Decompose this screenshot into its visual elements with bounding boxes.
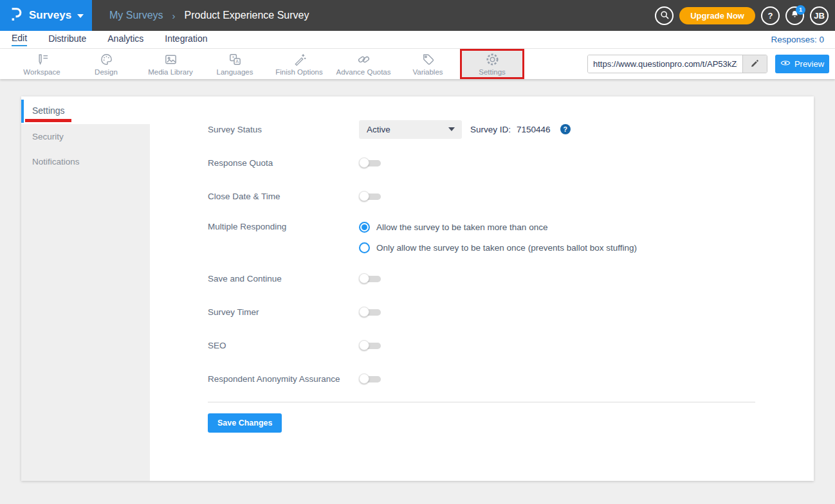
preview-label: Preview [794,59,824,69]
notifications-button[interactable]: 1 [785,6,804,25]
survey-status-value: Active [367,125,390,134]
radio-option-label: Allow the survey to be taken more than o… [376,222,547,232]
search-button[interactable] [655,6,674,25]
survey-id-group: Survey ID: 7150446 [470,125,551,134]
edit-toolbar: Workspace Design [0,49,835,79]
tab-integration[interactable]: Integration [165,33,207,46]
toolbar-item-languages[interactable]: * A Languages [203,49,267,79]
product-switcher[interactable]: Surveys [0,0,92,31]
radio-option-label: Only allow the survey to be taken once (… [376,243,637,253]
svg-text:A: A [235,59,239,64]
seo-toggle[interactable] [359,340,381,350]
toolbar-label: Finish Options [275,68,323,76]
radio-only-once[interactable]: Only allow the survey to be taken once (… [359,242,637,253]
sidebar-item-notifications[interactable]: Notifications [21,149,150,174]
tab-analytics[interactable]: Analytics [107,33,143,46]
sidebar-item-settings[interactable]: Settings [21,96,150,124]
radio-selected-icon [359,222,370,233]
survey-status-row: Survey Status Active Survey ID: 7150446 … [208,120,814,139]
close-date-row: Close Date & Time [208,186,814,206]
tag-icon [421,52,436,67]
image-icon [163,52,178,67]
radio-allow-multiple[interactable]: Allow the survey to be taken more than o… [359,222,637,233]
survey-url-input[interactable] [588,55,742,73]
settings-panel: Settings Security Notifications Survey S… [21,96,814,481]
survey-url-group [587,55,767,73]
nav-tabs: Edit Distribute Analytics Integration Re… [0,31,835,49]
toolbar-label: Workspace [23,68,60,76]
toolbar-label: Languages [217,68,253,76]
survey-title: Product Experience Survey [185,10,309,21]
toolbar-label: Design [95,68,118,76]
respondent-anonymity-label: Respondent Anonymity Assurance [208,374,359,384]
eye-icon [780,59,791,69]
chevron-down-icon [448,127,455,131]
questionpro-logo-icon [9,6,23,25]
question-mark-icon: ? [768,11,773,21]
toolbar-item-finish-options[interactable]: Finish Options [267,49,331,79]
respondent-anonymity-toggle[interactable] [359,374,381,384]
sidebar-item-label: Security [32,132,64,141]
respondent-anonymity-row: Respondent Anonymity Assurance [208,369,814,388]
survey-id-value: 7150446 [517,125,551,134]
breadcrumb-separator: › [172,10,176,21]
tab-distribute[interactable]: Distribute [48,33,86,46]
survey-timer-toggle[interactable] [359,307,381,317]
toolbar-label: Settings [479,68,506,76]
survey-status-label: Survey Status [208,125,359,134]
save-continue-row: Save and Continue [208,269,814,288]
search-icon [659,10,670,22]
help-button[interactable]: ? [761,6,780,25]
sidebar-item-label: Notifications [32,157,80,166]
product-name: Surveys [29,9,71,22]
sidebar-item-label: Settings [32,105,65,116]
tab-edit[interactable]: Edit [12,33,27,46]
settings-sidebar: Settings Security Notifications [21,96,150,481]
magic-wand-icon [292,52,307,67]
breadcrumb-my-surveys[interactable]: My Surveys [109,10,163,21]
notification-badge: 1 [796,5,805,15]
avatar[interactable]: JB [810,6,829,25]
active-red-underline [25,119,71,122]
gear-icon [485,52,500,67]
survey-timer-label: Survey Timer [208,307,359,317]
edit-url-button[interactable] [742,55,767,73]
pencil-icon [750,59,760,70]
response-quota-toggle[interactable] [359,158,381,168]
seo-row: SEO [208,336,814,355]
toolbar-item-advance-quotas[interactable]: Advance Quotas [331,49,396,79]
breadcrumb: My Surveys › Product Experience Survey [109,0,309,31]
survey-id-help-icon[interactable]: ? [560,124,571,134]
survey-status-select[interactable]: Active [359,120,462,139]
save-changes-button[interactable]: Save Changes [208,413,282,433]
preview-button[interactable]: Preview [775,55,829,73]
palette-icon [99,52,114,67]
multiple-responding-row: Multiple Responding Allow the survey to … [208,220,814,253]
toolbar-item-settings[interactable]: Settings [460,49,524,79]
radio-unselected-icon [359,242,370,253]
form-divider [208,402,755,402]
toolbar-item-workspace[interactable]: Workspace [10,49,74,79]
toolbar-label: Advance Quotas [336,68,390,76]
avatar-initials: JB [814,11,825,21]
topbar: Surveys My Surveys › Product Experience … [0,0,835,31]
translate-icon: * A [228,52,243,67]
survey-id-label: Survey ID: [470,125,511,134]
sidebar-item-security[interactable]: Security [21,124,150,149]
toolbar-item-variables[interactable]: Variables [396,49,460,79]
toolbar-label: Variables [412,68,443,76]
save-continue-toggle[interactable] [359,273,381,284]
upgrade-now-button[interactable]: Upgrade Now [679,7,755,24]
survey-timer-row: Survey Timer [208,302,814,321]
toolbar-label: Media Library [148,68,193,76]
close-date-toggle[interactable] [359,191,381,201]
active-blue-bar [21,100,24,123]
response-quota-label: Response Quota [208,158,359,168]
multiple-responding-options: Allow the survey to be taken more than o… [359,220,637,253]
toolbar-item-design[interactable]: Design [74,49,138,79]
settings-form: Survey Status Active Survey ID: 7150446 … [208,120,814,433]
toolbar-item-media-library[interactable]: Media Library [138,49,203,79]
chain-link-icon [356,52,371,67]
responses-count[interactable]: Responses: 0 [771,35,824,44]
response-quota-row: Response Quota [208,153,814,172]
